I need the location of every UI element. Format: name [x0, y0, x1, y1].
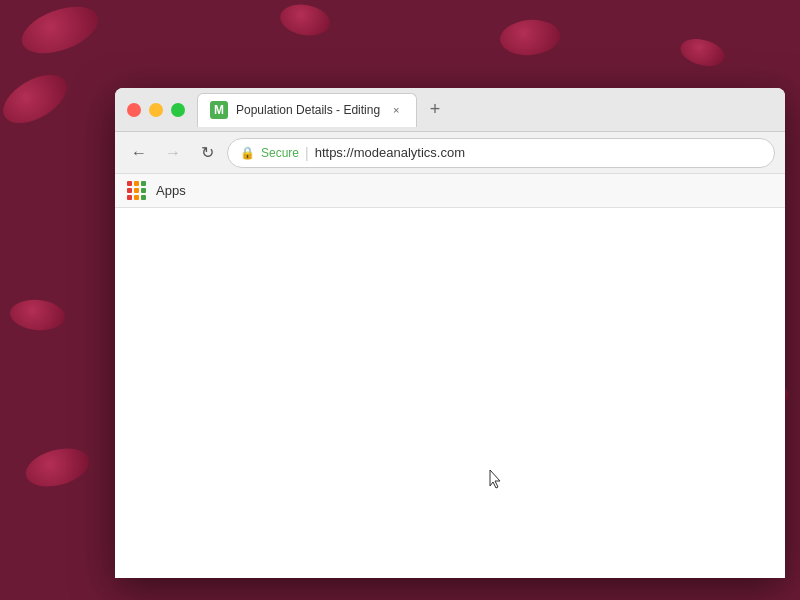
reload-button[interactable]: ↻: [193, 139, 221, 167]
maximize-button[interactable]: [171, 103, 185, 117]
apps-dot: [141, 195, 146, 200]
page-content: [115, 208, 785, 578]
url-text: https://modeanalytics.com: [315, 145, 465, 160]
browser-window: M Population Details - Editing × + ← → ↻…: [115, 88, 785, 578]
minimize-button[interactable]: [149, 103, 163, 117]
tab-bar: M Population Details - Editing × +: [197, 93, 773, 127]
title-bar: M Population Details - Editing × +: [115, 88, 785, 132]
tab-title: Population Details - Editing: [236, 103, 380, 117]
apps-dot: [134, 195, 139, 200]
close-button[interactable]: [127, 103, 141, 117]
apps-bookmark[interactable]: Apps: [127, 181, 186, 200]
apps-dot: [134, 188, 139, 193]
apps-dot: [127, 181, 132, 186]
browser-tab[interactable]: M Population Details - Editing ×: [197, 93, 417, 127]
bg-decoration: [22, 442, 94, 493]
navigation-bar: ← → ↻ 🔒 Secure | https://modeanalytics.c…: [115, 132, 785, 174]
bg-decoration: [16, 0, 105, 62]
address-bar[interactable]: 🔒 Secure | https://modeanalytics.com: [227, 138, 775, 168]
apps-dot: [127, 195, 132, 200]
apps-dot: [141, 181, 146, 186]
bookmarks-bar: Apps: [115, 174, 785, 208]
window-controls: [127, 103, 185, 117]
mouse-cursor: [485, 468, 505, 492]
forward-button[interactable]: →: [159, 139, 187, 167]
mode-logo: M: [210, 101, 228, 119]
bg-decoration: [678, 35, 728, 71]
new-tab-button[interactable]: +: [421, 96, 449, 124]
apps-dot: [127, 188, 132, 193]
apps-dot: [134, 181, 139, 186]
bg-decoration: [9, 298, 66, 333]
bg-decoration: [278, 1, 332, 39]
url-divider: |: [305, 145, 309, 161]
secure-icon: 🔒: [240, 146, 255, 160]
apps-label: Apps: [156, 183, 186, 198]
bg-decoration: [499, 17, 562, 57]
back-button[interactable]: ←: [125, 139, 153, 167]
secure-text: Secure: [261, 146, 299, 160]
bg-decoration: [0, 65, 75, 133]
tab-close-button[interactable]: ×: [388, 102, 404, 118]
apps-grid-icon: [127, 181, 146, 200]
tab-favicon: M: [210, 101, 228, 119]
apps-dot: [141, 188, 146, 193]
